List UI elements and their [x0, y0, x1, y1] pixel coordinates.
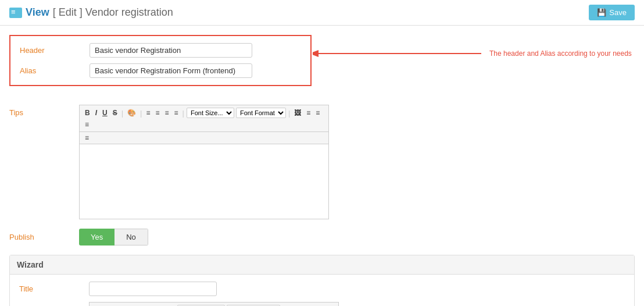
header-alias-section: Header Alias The header and Alias accord… — [9, 35, 635, 95]
divider4: | — [288, 109, 290, 118]
color-button[interactable]: 🎨 — [126, 108, 138, 118]
red-bordered-section: Header Alias — [9, 35, 312, 86]
main-content: Header Alias The header and Alias accord… — [0, 26, 644, 306]
divider3: | — [183, 109, 184, 118]
alias-row: Alias — [20, 63, 301, 78]
tips-toolbar-row2: ≡ — [79, 131, 329, 144]
wizard-title-input[interactable] — [89, 282, 217, 296]
bold-button[interactable]: B — [83, 108, 92, 118]
font-size-select[interactable]: Font Size... — [187, 108, 234, 118]
divider1: | — [121, 109, 123, 118]
format-button-row2[interactable]: ≡ — [83, 133, 91, 143]
view-label: View — [26, 6, 49, 19]
save-icon: 💾 — [597, 8, 606, 17]
publish-yes-button[interactable]: Yes — [79, 229, 115, 245]
page-subtitle: [ Edit ] Vendor registration — [53, 6, 173, 19]
wizard-section: Wizard Title Description B I U ≡ ≡ ≡ — [9, 255, 635, 306]
ol-button[interactable]: ≡ — [144, 108, 152, 118]
wizard-header: Wizard — [10, 255, 634, 275]
wizard-description-label: Description — [19, 302, 89, 306]
header-label: Header — [20, 46, 90, 55]
image-button[interactable]: 🖼 — [292, 108, 303, 118]
wizard-description-editor: B I U ≡ ≡ ≡ | ≡ ≡ | Font Size... — [89, 302, 339, 306]
header-input[interactable] — [90, 43, 252, 58]
alias-label: Alias — [20, 66, 90, 75]
publish-toggle-group: Yes No — [79, 229, 148, 245]
save-button[interactable]: 💾 Save — [589, 5, 635, 20]
font-format-select[interactable]: Font Format — [236, 108, 286, 118]
annotation-text: The header and Alias according to your n… — [489, 49, 632, 58]
wizard-body: Title Description B I U ≡ ≡ ≡ | ≡ — [10, 275, 634, 306]
divider2: | — [140, 109, 142, 118]
doc-icon — [9, 8, 22, 18]
wizard-title-label: Title — [19, 284, 89, 293]
align-right-button[interactable]: ≡ — [83, 120, 91, 129]
italic-button[interactable]: I — [94, 108, 99, 118]
tips-editor: B I U S | 🎨 | ≡ ≡ ≡ ≡ | Font Size... Fon… — [79, 105, 329, 219]
publish-label: Publish — [9, 233, 79, 241]
wizard-toolbar: B I U ≡ ≡ ≡ | ≡ ≡ | Font Size... — [89, 302, 339, 306]
header-row: Header — [20, 43, 301, 58]
save-label: Save — [609, 8, 627, 17]
publish-section: Publish Yes No — [9, 229, 635, 245]
publish-no-button[interactable]: No — [115, 229, 148, 245]
ul-button[interactable]: ≡ — [154, 108, 162, 118]
alias-input[interactable] — [90, 63, 252, 78]
wizard-description-row: Description B I U ≡ ≡ ≡ | ≡ ≡ | F — [19, 302, 625, 306]
indent-button[interactable]: ≡ — [163, 108, 171, 118]
strikethrough-button[interactable]: S — [111, 108, 119, 118]
align-center-button[interactable]: ≡ — [314, 108, 321, 118]
tips-editor-body[interactable] — [79, 144, 329, 219]
page-header: View [ Edit ] Vendor registration 💾 Save — [0, 0, 644, 26]
tips-section: Tips B I U S | 🎨 | ≡ ≡ ≡ ≡ | Font Size..… — [9, 105, 635, 219]
align-left-button[interactable]: ≡ — [305, 108, 312, 118]
annotation-arrow-svg — [313, 48, 487, 59]
wizard-title-row: Title — [19, 282, 625, 296]
annotation-container: The header and Alias according to your n… — [313, 48, 632, 59]
tips-toolbar: B I U S | 🎨 | ≡ ≡ ≡ ≡ | Font Size... Fon… — [79, 105, 329, 131]
underline-button[interactable]: U — [101, 108, 109, 118]
outdent-button[interactable]: ≡ — [173, 108, 180, 118]
tips-label: Tips — [9, 105, 79, 117]
page-title: View [ Edit ] Vendor registration — [9, 6, 173, 19]
